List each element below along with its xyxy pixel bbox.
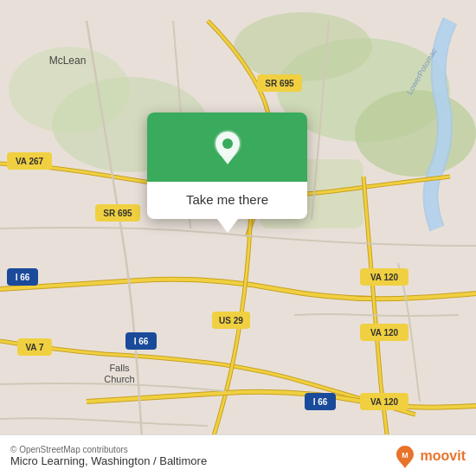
svg-text:I 66: I 66 bbox=[16, 273, 30, 282]
svg-text:McLean: McLean bbox=[49, 55, 87, 67]
svg-text:VA 120: VA 120 bbox=[370, 397, 399, 407]
svg-point-34 bbox=[222, 138, 233, 149]
svg-text:SR 695: SR 695 bbox=[103, 209, 132, 218]
popup-header bbox=[147, 113, 307, 182]
svg-text:I 66: I 66 bbox=[313, 397, 328, 407]
svg-point-2 bbox=[355, 90, 476, 177]
popup-card: Take me there bbox=[147, 113, 307, 219]
svg-text:M: M bbox=[402, 451, 408, 460]
take-me-there-button[interactable]: Take me there bbox=[186, 192, 268, 207]
location-pin-icon bbox=[209, 128, 247, 166]
moovit-brand-text: moovit bbox=[421, 448, 466, 464]
svg-text:US 29: US 29 bbox=[219, 316, 243, 325]
svg-text:I 66: I 66 bbox=[134, 337, 149, 346]
popup-bottom[interactable]: Take me there bbox=[147, 182, 307, 219]
svg-text:VA 120: VA 120 bbox=[370, 273, 399, 282]
svg-point-3 bbox=[234, 12, 372, 81]
bottom-bar: © OpenStreetMap contributors Micro Learn… bbox=[0, 434, 476, 476]
moovit-logo: M moovit bbox=[393, 444, 466, 468]
popup-tail bbox=[217, 219, 238, 233]
svg-text:SR 695: SR 695 bbox=[265, 79, 294, 88]
map-container: SR 695 VA 267 SR 695 I 66 VA 120 VA 7 Fa… bbox=[0, 0, 476, 476]
bottom-bar-info: © OpenStreetMap contributors Micro Learn… bbox=[10, 445, 207, 467]
copyright-text: © OpenStreetMap contributors bbox=[10, 445, 207, 454]
moovit-brand-icon: M bbox=[393, 444, 417, 468]
svg-text:Church: Church bbox=[104, 374, 134, 384]
svg-text:VA 120: VA 120 bbox=[370, 328, 399, 338]
app-title: Micro Learning, Washington / Baltimore bbox=[10, 454, 207, 467]
svg-text:Falls: Falls bbox=[109, 363, 130, 373]
svg-text:VA 267: VA 267 bbox=[16, 157, 44, 166]
svg-text:VA 7: VA 7 bbox=[25, 343, 44, 352]
